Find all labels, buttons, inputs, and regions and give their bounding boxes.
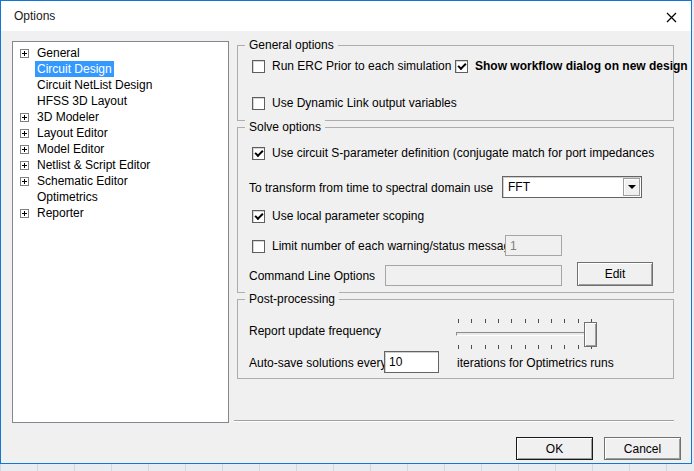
tree-item-label: HFSS 3D Layout — [35, 93, 129, 109]
tree-item-layout-editor[interactable]: Layout Editor — [13, 125, 228, 141]
tree-item-label: Model Editor — [35, 141, 106, 157]
transform-domain-label: To transform from time to spectral domai… — [249, 181, 493, 195]
expand-icon[interactable] — [20, 129, 29, 138]
report-frequency-label: Report update frequency — [249, 324, 381, 338]
tree-item-3d-modeler[interactable]: 3D Modeler — [13, 109, 228, 125]
expand-icon[interactable] — [20, 161, 29, 170]
checkbox-label: Limit number of each warning/status mess… — [272, 239, 517, 253]
checkbox-label: Use circuit S-parameter definition (conj… — [272, 146, 654, 160]
checkbox-label: Show workflow dialog on new design — [475, 59, 688, 73]
tree-item-netlist-script-editor[interactable]: Netlist & Script Editor — [13, 157, 228, 173]
close-icon[interactable] — [663, 9, 679, 25]
transform-domain-select[interactable]: FFT — [502, 176, 642, 198]
ok-button[interactable]: OK — [516, 437, 593, 460]
checkbox-icon[interactable] — [252, 147, 265, 160]
command-line-input — [385, 265, 562, 286]
window-title: Options — [14, 9, 55, 23]
category-tree[interactable]: General Circuit Design Circuit NetList D… — [12, 41, 229, 423]
cancel-button[interactable]: Cancel — [604, 437, 681, 460]
autosave-suffix-label: iterations for Optimetrics runs — [457, 356, 614, 370]
local-scoping-checkbox[interactable]: Use local parameter scoping — [252, 209, 424, 223]
tree-item-label: Layout Editor — [35, 125, 110, 141]
select-value: FFT — [508, 180, 530, 194]
checkbox-label: Use local parameter scoping — [272, 209, 424, 223]
checkbox-icon[interactable] — [252, 60, 265, 73]
expand-icon[interactable] — [20, 113, 29, 122]
slider-ticks — [458, 345, 592, 349]
titlebar[interactable]: Options — [1, 1, 691, 31]
slider-track[interactable] — [456, 332, 596, 336]
show-workflow-checkbox[interactable]: Show workflow dialog on new design — [455, 59, 688, 73]
limit-messages-checkbox[interactable]: Limit number of each warning/status mess… — [252, 239, 517, 253]
checkbox-icon[interactable] — [455, 60, 468, 73]
tree-item-optimetrics[interactable]: Optimetrics — [13, 189, 228, 205]
tree-item-circuit-netlist-design[interactable]: Circuit NetList Design — [13, 77, 228, 93]
tree-item-label: 3D Modeler — [35, 109, 101, 125]
expand-icon[interactable] — [20, 145, 29, 154]
tree-item-label: Reporter — [35, 205, 86, 221]
autosave-label: Auto-save solutions every — [249, 356, 386, 370]
expand-icon[interactable] — [20, 177, 29, 186]
tree-item-general[interactable]: General — [13, 45, 228, 61]
group-title: Solve options — [245, 120, 325, 134]
edit-button[interactable]: Edit — [577, 262, 653, 286]
slider-ticks — [458, 319, 592, 323]
group-title: General options — [245, 38, 338, 52]
s-parameter-checkbox[interactable]: Use circuit S-parameter definition (conj… — [252, 146, 654, 160]
tree-item-hfss-3d-layout[interactable]: HFSS 3D Layout — [13, 93, 228, 109]
solve-options-group: Solve options Use circuit S-parameter de… — [237, 127, 674, 293]
checkbox-icon[interactable] — [252, 97, 265, 110]
report-frequency-slider[interactable] — [456, 315, 602, 353]
checkbox-label: Run ERC Prior to each simulation — [272, 59, 451, 73]
expand-icon[interactable] — [20, 209, 29, 218]
tree-item-circuit-design[interactable]: Circuit Design — [13, 61, 228, 77]
options-dialog: Options General Circuit Design Circuit N… — [0, 0, 692, 464]
tree-item-label: Schematic Editor — [35, 173, 130, 189]
checkbox-icon[interactable] — [252, 240, 265, 253]
tree-item-label: Netlist & Script Editor — [35, 157, 152, 173]
tree-item-model-editor[interactable]: Model Editor — [13, 141, 228, 157]
tree-item-reporter[interactable]: Reporter — [13, 205, 228, 221]
tree-item-label: Circuit Design — [35, 61, 114, 77]
command-line-label: Command Line Options — [249, 269, 375, 283]
tree-item-schematic-editor[interactable]: Schematic Editor — [13, 173, 228, 189]
checkbox-label: Use Dynamic Link output variables — [272, 96, 457, 110]
tree-item-label: Optimetrics — [35, 189, 100, 205]
dynamic-link-checkbox[interactable]: Use Dynamic Link output variables — [252, 96, 457, 110]
limit-messages-input — [505, 235, 562, 256]
footer-separator — [234, 420, 674, 422]
general-options-group: General options Run ERC Prior to each si… — [237, 45, 674, 121]
group-title: Post-processing — [245, 292, 339, 306]
desktop-background: Options General Circuit Design Circuit N… — [0, 0, 694, 471]
chevron-down-icon[interactable] — [623, 178, 640, 196]
tree-item-label: Circuit NetList Design — [35, 77, 154, 93]
slider-thumb[interactable] — [584, 322, 597, 347]
autosave-iterations-input[interactable] — [384, 351, 439, 373]
run-erc-checkbox[interactable]: Run ERC Prior to each simulation — [252, 59, 451, 73]
expand-icon[interactable] — [20, 49, 29, 58]
checkbox-icon[interactable] — [252, 210, 265, 223]
tree-item-label: General — [35, 45, 82, 61]
